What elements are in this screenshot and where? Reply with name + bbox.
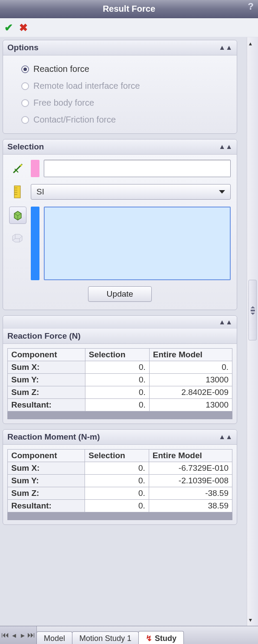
entities-listbox[interactable] <box>44 207 231 280</box>
reaction-force-table: Component Selection Entire Model Sum X: … <box>7 348 232 411</box>
options-section: Options ▲▲ Reaction force Remote load in… <box>3 40 237 134</box>
radio-label: Free body force <box>33 98 94 108</box>
tab-next-icon[interactable]: ▸ <box>18 629 27 642</box>
radio-label: Remote load interface force <box>33 81 140 91</box>
table-row: Sum X: 0. -6.7329E-010 <box>8 462 232 475</box>
vertical-scrollbar[interactable]: ▴ ▾ <box>247 37 258 626</box>
table-footer <box>7 512 232 520</box>
table-row: Sum Z: 0. 2.8402E-009 <box>8 386 232 399</box>
ruler-icon <box>9 183 26 201</box>
ok-button[interactable]: ✔ <box>4 22 13 34</box>
table-row: Sum Z: 0. -38.59 <box>8 487 232 500</box>
window-title: Result Force <box>103 4 155 14</box>
content-area: Options ▲▲ Reaction force Remote load in… <box>0 37 258 626</box>
reaction-moment-header[interactable]: Reaction Moment (N-m) ▲▲ <box>3 430 237 445</box>
scroll-up-icon[interactable]: ▴ <box>249 40 252 47</box>
radio-icon <box>21 65 29 73</box>
radio-reaction-force[interactable]: Reaction force <box>9 61 231 78</box>
tab-strip: ⏮ ◂ ▸ ⏭ Model Motion Study 1 ↯ Study <box>0 626 258 644</box>
scroll-thumb[interactable] <box>248 280 257 340</box>
tab-study[interactable]: ↯ Study <box>138 631 184 644</box>
radio-icon <box>21 99 29 107</box>
chevron-up-icon: ▲▲ <box>219 318 232 326</box>
reaction-force-header-label: Reaction Force (N) <box>7 331 81 341</box>
reaction-force-section: ▲▲ Reaction Force (N) Component Selectio… <box>3 315 237 424</box>
selection-header-label: Selection <box>7 142 44 152</box>
selection-section: Selection ▲▲ <box>3 139 237 310</box>
tab-motion-study[interactable]: Motion Study 1 <box>72 631 139 644</box>
tab-last-icon[interactable]: ⏭ <box>27 629 36 642</box>
reaction-force-header[interactable]: Reaction Force (N) <box>3 329 237 344</box>
tab-prev-icon[interactable]: ◂ <box>10 629 18 642</box>
tab-first-icon[interactable]: ⏮ <box>1 629 10 642</box>
col-selection: Selection <box>85 349 149 361</box>
chevron-up-icon: ▲▲ <box>219 433 232 441</box>
table-row: Resultant: 0. 38.59 <box>8 500 232 512</box>
col-entire: Entire Model <box>149 349 232 361</box>
reaction-moment-table: Component Selection Entire Model Sum X: … <box>7 449 232 512</box>
coord-system-icon <box>9 160 26 177</box>
study-result-icon: ↯ <box>146 634 152 643</box>
selection-header[interactable]: Selection ▲▲ <box>3 139 237 155</box>
table-row: Sum Y: 0. 13000 <box>8 374 232 386</box>
chevron-down-icon <box>219 190 225 194</box>
options-header-label: Options <box>7 43 39 52</box>
cancel-button[interactable]: ✖ <box>19 22 28 34</box>
title-bar: Result Force ? <box>0 0 258 18</box>
radio-icon <box>21 116 29 124</box>
col-component: Component <box>8 349 85 361</box>
panel-column: Options ▲▲ Reaction force Remote load in… <box>0 37 247 626</box>
tab-label: Study <box>155 634 176 643</box>
reaction-moment-header-label: Reaction Moment (N-m) <box>7 432 100 442</box>
help-button[interactable]: ? <box>248 1 254 12</box>
chevron-up-icon: ▲▲ <box>219 143 232 151</box>
svg-rect-3 <box>14 186 20 198</box>
tab-nav: ⏮ ◂ ▸ ⏭ <box>0 626 37 644</box>
table-row: Sum Y: 0. -2.1039E-008 <box>8 475 232 487</box>
reference-input[interactable] <box>44 160 231 177</box>
radio-free-body: Free body force <box>9 94 231 111</box>
update-button-label: Update <box>107 289 133 298</box>
entities-color-swatch <box>31 207 39 280</box>
reaction-moment-section: Reaction Moment (N-m) ▲▲ Component Selec… <box>3 429 237 525</box>
reaction-force-collapse[interactable]: ▲▲ <box>3 316 237 329</box>
tab-label: Motion Study 1 <box>79 634 131 643</box>
units-dropdown[interactable]: SI <box>31 184 231 200</box>
col-component: Component <box>8 450 85 462</box>
radio-contact-friction: Contact/Friction force <box>9 111 231 128</box>
options-header[interactable]: Options ▲▲ <box>3 40 237 55</box>
col-selection: Selection <box>85 450 149 462</box>
solid-body-icon[interactable] <box>9 207 26 224</box>
chevron-up-icon: ▲▲ <box>219 44 232 52</box>
action-bar: ✔ ✖ <box>0 18 258 37</box>
radio-icon <box>21 82 29 90</box>
update-button[interactable]: Update <box>88 286 152 302</box>
radio-label: Contact/Friction force <box>33 115 116 125</box>
scroll-down-icon[interactable]: ▾ <box>249 616 252 623</box>
tab-model[interactable]: Model <box>36 631 72 644</box>
table-row: Sum X: 0. 0. <box>8 361 232 374</box>
reference-color-swatch <box>31 160 39 177</box>
col-entire: Entire Model <box>149 450 232 462</box>
radio-label: Reaction force <box>33 64 89 74</box>
units-value: SI <box>36 187 44 197</box>
component-icon[interactable] <box>9 229 26 246</box>
tab-label: Model <box>44 634 65 643</box>
table-footer <box>7 411 232 419</box>
table-row: Resultant: 0. 13000 <box>8 399 232 411</box>
radio-remote-load: Remote load interface force <box>9 78 231 94</box>
